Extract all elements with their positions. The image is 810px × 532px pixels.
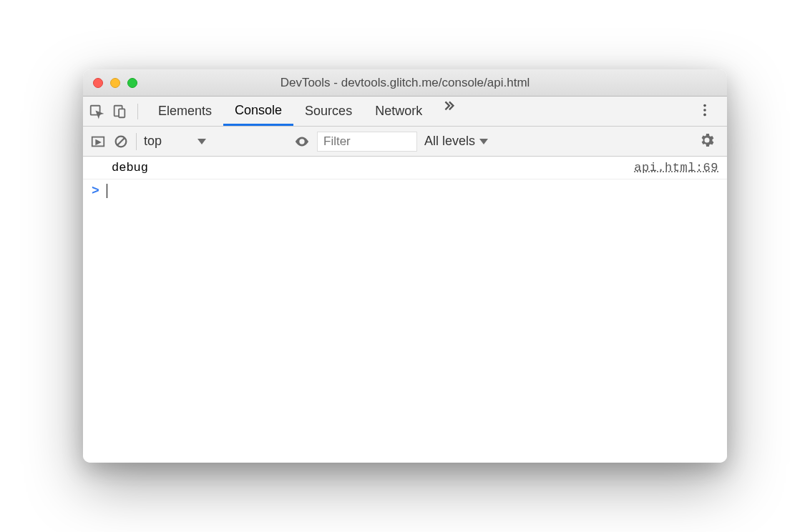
svg-line-8	[117, 137, 125, 145]
inspect-icons	[89, 104, 138, 119]
log-message: debug	[92, 161, 634, 174]
device-toggle-icon[interactable]	[112, 104, 127, 119]
console-output: debug api.html:69 >	[83, 157, 727, 463]
chevron-down-icon	[479, 139, 488, 144]
text-cursor	[107, 184, 108, 198]
console-prompt[interactable]: >	[83, 179, 727, 202]
tab-console[interactable]: Console	[223, 97, 293, 126]
tabs: Elements Console Sources Network	[147, 97, 464, 126]
traffic-lights	[83, 78, 137, 88]
chevron-down-icon	[197, 139, 206, 144]
context-label: top	[144, 134, 162, 149]
console-settings-button[interactable]	[694, 132, 720, 152]
tab-network[interactable]: Network	[363, 97, 434, 126]
clear-console-icon[interactable]	[113, 134, 129, 149]
levels-label: All levels	[424, 134, 475, 149]
svg-point-3	[703, 104, 706, 107]
svg-point-4	[703, 109, 706, 112]
maximize-window-button[interactable]	[127, 78, 137, 88]
console-log-row: debug api.html:69	[83, 157, 727, 179]
sidebar-toggle-icon[interactable]	[90, 134, 106, 149]
tab-bar: Elements Console Sources Network	[83, 97, 727, 127]
separator	[136, 133, 137, 150]
console-toolbar: top All levels	[83, 127, 727, 157]
svg-rect-2	[119, 109, 125, 117]
prompt-chevron-icon: >	[92, 184, 99, 198]
filter-input[interactable]	[317, 132, 417, 152]
minimize-window-button[interactable]	[110, 78, 120, 88]
log-levels-dropdown[interactable]: All levels	[424, 134, 488, 149]
eye-icon[interactable]	[294, 134, 310, 149]
kebab-menu-icon[interactable]	[688, 102, 721, 121]
tab-sources[interactable]: Sources	[293, 97, 363, 126]
execution-context-dropdown[interactable]: top	[144, 134, 287, 149]
inspect-element-icon[interactable]	[89, 104, 104, 119]
devtools-window: DevTools - devtools.glitch.me/console/ap…	[83, 69, 727, 463]
close-window-button[interactable]	[93, 78, 103, 88]
svg-point-5	[703, 113, 706, 116]
window-title: DevTools - devtools.glitch.me/console/ap…	[83, 76, 727, 90]
titlebar: DevTools - devtools.glitch.me/console/ap…	[83, 69, 727, 97]
tab-elements[interactable]: Elements	[147, 97, 223, 126]
log-source-link[interactable]: api.html:69	[634, 161, 718, 174]
more-tabs-button[interactable]	[434, 97, 464, 126]
